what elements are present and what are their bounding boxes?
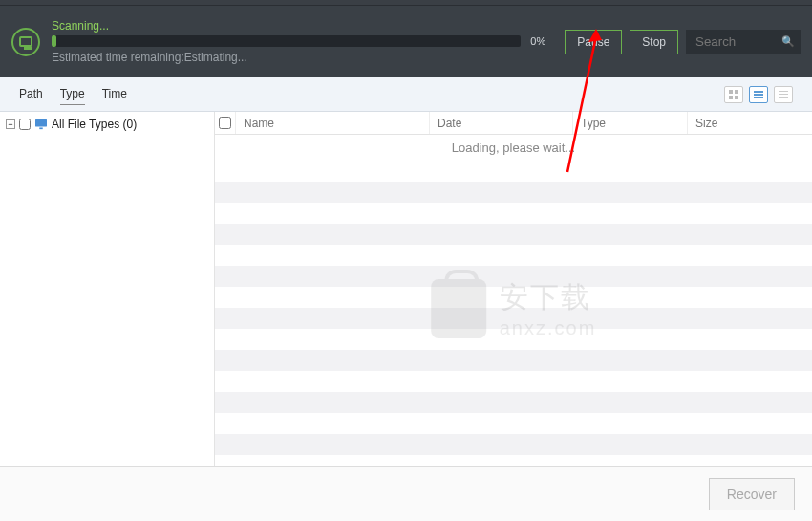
svg-rect-5: [754, 94, 763, 96]
tree-root-item[interactable]: − All File Types (0): [6, 116, 208, 133]
svg-rect-8: [779, 94, 788, 95]
pause-button[interactable]: Pause: [565, 30, 622, 54]
compact-icon: [778, 89, 789, 100]
scan-panel: Scanning... 0% Estimated time remaining:…: [0, 6, 812, 77]
progress-bar: [52, 35, 521, 47]
recover-button[interactable]: Recover: [709, 478, 795, 510]
loading-text: Loading, please wait...: [215, 135, 812, 161]
svg-rect-2: [729, 96, 733, 99]
tabs-bar: Path Type Time: [0, 77, 812, 112]
view-list-button[interactable]: [749, 86, 768, 103]
scan-eta-text: Estimated time remaining:Estimating...: [52, 51, 553, 64]
progress-percent: 0%: [530, 35, 553, 47]
footer-bar: Recover: [0, 466, 812, 521]
column-date[interactable]: Date: [430, 112, 573, 134]
svg-rect-1: [735, 90, 738, 94]
tree-root-checkbox[interactable]: [19, 119, 31, 130]
scan-status-text: Scanning...: [52, 19, 553, 33]
view-grid-button[interactable]: [724, 86, 743, 103]
tab-type[interactable]: Type: [60, 83, 85, 105]
monitor-icon: [11, 28, 40, 56]
list-icon: [753, 89, 764, 100]
tree-collapse-icon[interactable]: −: [6, 119, 15, 129]
svg-rect-10: [35, 119, 47, 127]
stop-button[interactable]: Stop: [630, 30, 678, 54]
search-input[interactable]: [686, 30, 801, 54]
column-name[interactable]: Name: [236, 112, 430, 134]
tab-path[interactable]: Path: [19, 83, 43, 105]
tree-pane: − All File Types (0): [0, 112, 215, 466]
tree-root-label: All File Types (0): [52, 118, 137, 131]
svg-rect-6: [754, 97, 763, 98]
view-compact-button[interactable]: [774, 86, 793, 103]
svg-rect-0: [729, 90, 733, 94]
table-pane: Name Date Type Size Loading, please wait…: [215, 112, 812, 466]
svg-rect-11: [39, 127, 42, 129]
svg-rect-7: [779, 91, 788, 92]
svg-rect-3: [735, 96, 738, 99]
table-header: Name Date Type Size: [215, 112, 812, 135]
tab-time[interactable]: Time: [102, 83, 127, 105]
svg-rect-4: [754, 91, 763, 93]
svg-rect-9: [779, 97, 788, 98]
table-body: Loading, please wait... 安下载 anxz.com: [215, 135, 812, 466]
select-all-checkbox[interactable]: [219, 117, 231, 129]
monitor-small-icon: [34, 119, 48, 130]
column-size[interactable]: Size: [688, 112, 812, 134]
content-area: − All File Types (0) Name Date Type Size…: [0, 112, 812, 466]
column-type[interactable]: Type: [573, 112, 688, 134]
grid-icon: [728, 89, 739, 100]
